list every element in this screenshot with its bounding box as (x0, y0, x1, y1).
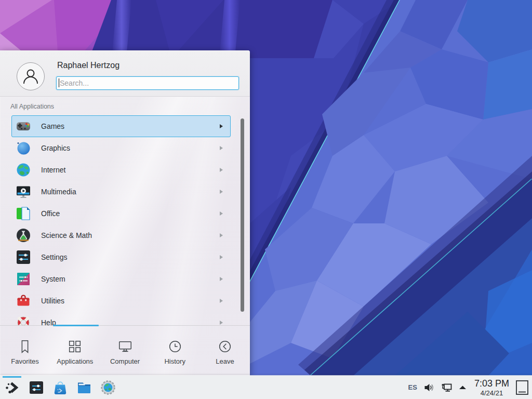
tray-expand-arrow-icon[interactable] (458, 382, 467, 393)
category-label: Utilities (41, 297, 220, 305)
clock-icon (167, 339, 183, 354)
submenu-arrow-icon (220, 233, 223, 237)
clock-date: 4/24/21 (474, 390, 509, 396)
category-list: Games Graphics (0, 115, 250, 325)
category-item-help[interactable]: Help (11, 312, 231, 325)
system-tray: ES 7:03 PM 4/24/21 (408, 376, 532, 399)
computer-icon (117, 339, 133, 354)
grid-icon (67, 339, 83, 354)
discover-button[interactable] (52, 379, 69, 396)
file-manager-button[interactable] (76, 379, 92, 396)
taskbar-apps (0, 376, 116, 399)
launcher-header: Raphael Hertzog (0, 50, 250, 97)
user-icon (22, 68, 39, 85)
tab-leave[interactable]: Leave (200, 326, 250, 376)
user-name: Raphael Hertzog (57, 61, 119, 70)
web-browser-button[interactable] (100, 379, 116, 396)
user-avatar[interactable] (17, 62, 45, 90)
category-label: Graphics (41, 144, 220, 152)
submenu-arrow-icon (220, 168, 223, 172)
category-item-settings[interactable]: Settings (11, 246, 231, 268)
graphics-sphere-icon (15, 140, 32, 156)
folder-icon (76, 379, 92, 396)
taskbar-panel: ES 7:03 PM 4/24/21 (0, 376, 532, 399)
category-label: Office (41, 209, 220, 218)
launcher-tab-bar: Favorites Applications Computer (0, 325, 250, 376)
launcher-open-indicator (3, 376, 21, 378)
section-label: All Applications (10, 103, 54, 110)
list-scrollbar[interactable] (241, 118, 244, 312)
tab-label: Applications (57, 357, 93, 365)
category-item-internet[interactable]: Internet (11, 159, 231, 181)
clock-time: 7:03 PM (474, 379, 509, 388)
category-label: Games (41, 122, 220, 130)
tab-label: Leave (216, 357, 234, 365)
system-settings-icon (28, 379, 45, 396)
leave-back-icon (217, 339, 233, 354)
submenu-arrow-icon (220, 321, 223, 325)
application-launcher-button[interactable] (4, 379, 21, 396)
category-label: Multimedia (41, 188, 220, 196)
tab-label: Computer (110, 357, 140, 365)
globe-icon (15, 162, 32, 178)
network-icon[interactable] (441, 382, 453, 393)
browser-globe-gear-icon (100, 379, 116, 396)
toolbox-icon (15, 292, 32, 309)
desktop[interactable]: Raphael Hertzog All Applications (0, 0, 532, 399)
category-item-science-math[interactable]: Science & Math (11, 224, 231, 246)
show-desktop-icon (515, 380, 529, 395)
category-item-games[interactable]: Games (11, 115, 231, 137)
category-item-utilities[interactable]: Utilities (11, 290, 231, 312)
clock[interactable]: 7:03 PM 4/24/21 (474, 379, 509, 396)
submenu-arrow-icon (220, 255, 223, 259)
tab-computer[interactable]: Computer (100, 326, 150, 376)
tab-label: History (164, 357, 185, 365)
category-label: Science & Math (41, 231, 220, 240)
submenu-arrow-icon (220, 277, 223, 281)
category-item-system[interactable]: System (11, 268, 231, 290)
bookmark-icon (17, 339, 33, 354)
help-lifebuoy-icon (15, 314, 32, 325)
category-label: Settings (41, 253, 220, 261)
application-launcher-menu: Raphael Hertzog All Applications (0, 50, 250, 376)
office-document-icon (15, 205, 32, 222)
category-item-graphics[interactable]: Graphics (11, 137, 231, 159)
tab-history[interactable]: History (150, 326, 200, 376)
system-settings-button[interactable] (28, 379, 45, 396)
tab-applications[interactable]: Applications (50, 326, 100, 376)
category-label: Internet (41, 166, 220, 174)
keyboard-layout-indicator[interactable]: ES (408, 383, 417, 391)
search-input[interactable] (56, 76, 239, 90)
settings-sliders-icon (15, 249, 32, 265)
tab-label: Favorites (11, 357, 38, 365)
text-cursor (59, 78, 59, 87)
tab-favorites[interactable]: Favorites (0, 326, 50, 376)
category-item-office[interactable]: Office (11, 203, 231, 224)
category-label: System (41, 275, 220, 283)
discover-bag-icon (52, 379, 69, 396)
multimedia-icon (15, 183, 32, 200)
submenu-arrow-icon (220, 211, 223, 216)
submenu-arrow-icon (220, 124, 223, 128)
science-flask-icon (15, 227, 32, 244)
volume-icon[interactable] (423, 382, 435, 393)
submenu-arrow-icon (220, 299, 223, 303)
category-item-multimedia[interactable]: Multimedia (11, 181, 231, 203)
show-desktop-button[interactable] (514, 376, 530, 399)
active-tab-indicator (53, 325, 99, 326)
submenu-arrow-icon (220, 190, 223, 194)
gamepad-icon (15, 118, 32, 135)
submenu-arrow-icon (220, 146, 223, 150)
system-icon (15, 271, 32, 287)
kde-launcher-icon (4, 379, 21, 396)
